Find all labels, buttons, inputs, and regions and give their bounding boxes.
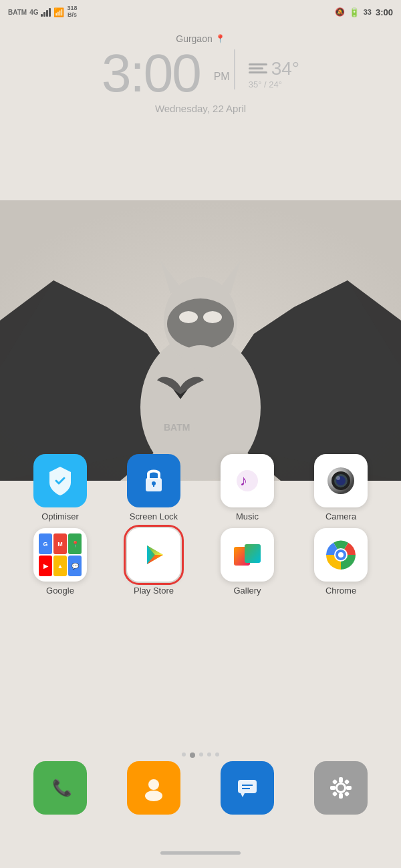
battery-icon: 🔋 bbox=[349, 7, 360, 17]
page-dot-0[interactable] bbox=[182, 752, 186, 756]
svg-rect-40 bbox=[339, 777, 343, 783]
date-label: Wednesday, 22 April bbox=[0, 103, 401, 114]
page-dot-2[interactable] bbox=[199, 752, 203, 756]
page-dot-3[interactable] bbox=[207, 752, 211, 756]
status-left: BATM 4G 📶 318 B/s bbox=[8, 5, 78, 19]
svg-point-5 bbox=[167, 298, 234, 349]
network-speed-unit: B/s bbox=[68, 12, 77, 19]
svg-marker-35 bbox=[241, 793, 245, 797]
svg-text:BATM: BATM bbox=[164, 422, 190, 433]
app-music[interactable]: ♪ Music bbox=[211, 454, 284, 521]
location-pin-icon: 📍 bbox=[215, 34, 225, 43]
music-icon: ♪ bbox=[221, 454, 274, 507]
screenlock-label: Screen Lock bbox=[130, 511, 178, 521]
page-dot-1[interactable] bbox=[190, 752, 195, 758]
dock-phone[interactable]: 📞 bbox=[23, 761, 97, 815]
clock-area: Gurgaon 📍 3:00 PM 34° 35° / 24° Wednesda… bbox=[0, 33, 401, 114]
app-grid: Optimiser Screen Lock ♪ bbox=[0, 454, 401, 602]
status-time: 3:00 bbox=[376, 7, 393, 17]
clock-time: 3:00 bbox=[102, 47, 200, 100]
signal-type: 4G bbox=[29, 9, 38, 16]
svg-point-33 bbox=[145, 791, 162, 801]
wifi-icon: 📶 bbox=[53, 7, 64, 17]
status-right: 🔕 🔋 33 3:00 bbox=[335, 7, 393, 17]
svg-rect-47 bbox=[344, 791, 350, 797]
gallery-label: Gallery bbox=[233, 586, 261, 596]
svg-point-7 bbox=[203, 311, 222, 323]
app-optimiser[interactable]: Optimiser bbox=[23, 454, 97, 521]
optimiser-label: Optimiser bbox=[41, 511, 79, 521]
contacts-dock-icon bbox=[127, 761, 180, 815]
page-dot-4[interactable] bbox=[215, 752, 219, 756]
music-label: Music bbox=[236, 511, 259, 521]
settings-dock-icon bbox=[314, 761, 368, 815]
dock-messages[interactable] bbox=[211, 761, 284, 815]
dock: 📞 bbox=[0, 761, 401, 815]
svg-text:♪: ♪ bbox=[240, 472, 247, 489]
dock-row: 📞 bbox=[13, 761, 388, 815]
svg-rect-42 bbox=[330, 786, 336, 790]
optimiser-icon bbox=[33, 454, 87, 507]
playstore-label: Play Store bbox=[134, 586, 174, 596]
clock-row: 3:00 PM 34° 35° / 24° bbox=[0, 47, 401, 100]
svg-rect-44 bbox=[332, 779, 338, 785]
mute-icon: 🔕 bbox=[335, 7, 345, 17]
svg-point-39 bbox=[338, 785, 344, 791]
status-bar: BATM 4G 📶 318 B/s 🔕 🔋 33 3:00 bbox=[0, 0, 401, 24]
app-row-2: G M 📍 ▶ ▲ 💬 Google bbox=[13, 528, 388, 596]
svg-rect-26 bbox=[245, 544, 261, 563]
weather-block: 34° 35° / 24° bbox=[249, 58, 299, 89]
clock-ampm: PM bbox=[214, 71, 230, 83]
app-gallery[interactable]: Gallery bbox=[211, 528, 284, 596]
chrome-label: Chrome bbox=[325, 586, 356, 596]
dock-contacts[interactable] bbox=[117, 761, 190, 815]
gallery-icon bbox=[221, 528, 274, 582]
weather-temp: 34° bbox=[271, 58, 299, 79]
app-playstore[interactable]: Play Store bbox=[117, 528, 190, 596]
app-chrome[interactable]: Chrome bbox=[304, 528, 378, 596]
app-camera[interactable]: Camera bbox=[304, 454, 378, 521]
svg-point-6 bbox=[179, 311, 198, 323]
app-screenlock[interactable]: Screen Lock bbox=[117, 454, 190, 521]
messages-dock-icon bbox=[221, 761, 274, 815]
playstore-icon bbox=[127, 528, 180, 582]
page-dots bbox=[0, 752, 401, 758]
app-row-1: Optimiser Screen Lock ♪ bbox=[13, 454, 388, 521]
dock-settings[interactable] bbox=[304, 761, 378, 815]
weather-icon bbox=[249, 63, 267, 73]
camera-icon bbox=[314, 454, 368, 507]
location-label: Gurgaon 📍 bbox=[0, 33, 401, 44]
battery-level: 33 bbox=[364, 8, 372, 16]
svg-rect-12 bbox=[153, 483, 154, 487]
batman-wallpaper: BATM bbox=[0, 200, 401, 481]
google-label: Google bbox=[46, 586, 74, 596]
svg-text:📞: 📞 bbox=[52, 778, 72, 797]
carrier-label: BATM bbox=[8, 9, 27, 16]
app-google[interactable]: G M 📍 ▶ ▲ 💬 Google bbox=[23, 528, 97, 596]
svg-rect-45 bbox=[344, 779, 350, 785]
svg-point-8 bbox=[182, 345, 219, 369]
svg-point-20 bbox=[336, 476, 340, 480]
home-indicator[interactable] bbox=[160, 851, 241, 855]
svg-point-30 bbox=[338, 552, 344, 558]
svg-rect-46 bbox=[332, 791, 338, 797]
weather-range: 35° / 24° bbox=[249, 79, 282, 89]
svg-rect-34 bbox=[238, 780, 257, 793]
phone-dock-icon: 📞 bbox=[33, 761, 87, 815]
svg-rect-41 bbox=[339, 793, 343, 799]
signal-bars bbox=[41, 7, 51, 17]
google-icon: G M 📍 ▶ ▲ 💬 bbox=[33, 528, 87, 582]
chrome-icon bbox=[314, 528, 368, 582]
svg-point-32 bbox=[148, 779, 159, 790]
camera-label: Camera bbox=[325, 511, 356, 521]
screenlock-icon bbox=[127, 454, 180, 507]
svg-rect-43 bbox=[346, 786, 352, 790]
